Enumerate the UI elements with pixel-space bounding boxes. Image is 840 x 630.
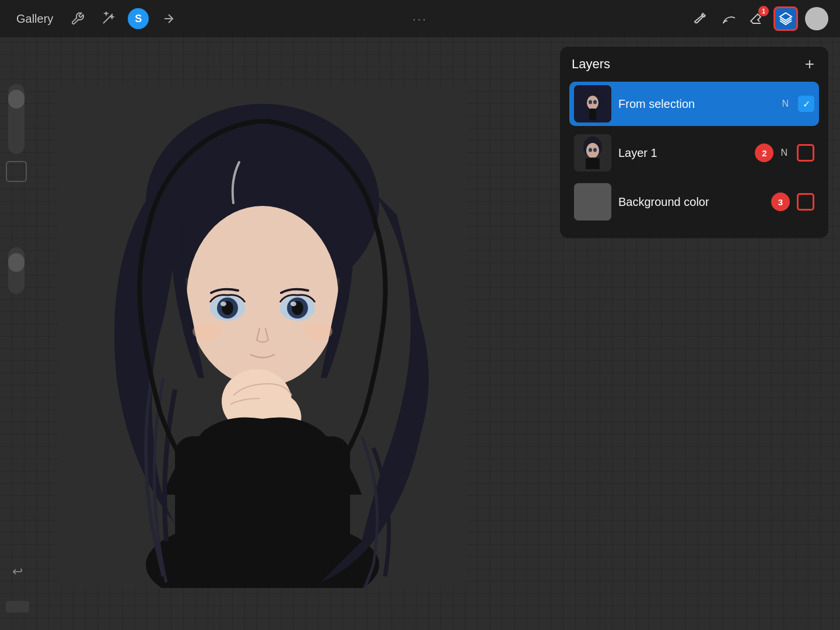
brush-button[interactable] — [690, 8, 710, 29]
layer1-number-badge: 2 — [755, 144, 774, 162]
layer1-checkbox[interactable] — [797, 144, 814, 162]
svg-point-12 — [220, 302, 226, 306]
layer-thumbnail-from-selection — [574, 85, 611, 123]
layers-header: Layers + — [569, 56, 819, 72]
svg-point-7 — [187, 206, 338, 387]
svg-point-18 — [303, 323, 332, 340]
brush-size-slider[interactable] — [8, 84, 24, 154]
svg-point-31 — [593, 148, 597, 152]
toolbar-center: ··· — [412, 12, 428, 26]
drawing-canvas — [23, 75, 502, 600]
svg-line-0 — [103, 14, 113, 23]
smear-icon — [721, 12, 735, 26]
transform-button[interactable] — [158, 8, 179, 29]
svg-rect-32 — [574, 183, 611, 220]
smear-button[interactable] — [718, 8, 738, 29]
layers-title: Layers — [572, 57, 610, 72]
svg-point-29 — [586, 143, 599, 158]
layer-mode-from-selection: N — [782, 99, 789, 109]
s-badge: S — [128, 8, 149, 29]
svg-point-16 — [290, 302, 296, 306]
svg-point-30 — [589, 148, 592, 152]
layer-name-from-selection: From selection — [618, 97, 775, 111]
toolbar: Gallery S ··· — [0, 0, 840, 37]
color-picker-square[interactable] — [6, 161, 27, 182]
arrow-icon — [162, 12, 176, 26]
layer-item-background[interactable]: Background color 3 — [569, 180, 819, 224]
brush-icon — [693, 12, 707, 26]
toolbar-right: 1 — [690, 6, 828, 31]
wrench-icon — [71, 12, 85, 26]
layer-thumbnail-background — [574, 183, 611, 220]
user-avatar — [805, 7, 828, 30]
layer-mode-layer1: N — [780, 148, 788, 158]
eraser-number-badge: 1 — [758, 6, 769, 16]
svg-point-17 — [192, 323, 222, 340]
anime-character-illustration — [58, 86, 467, 588]
layers-panel: Layers + From selection N ✓ — [560, 47, 828, 238]
more-options-dots: ··· — [412, 12, 428, 25]
layer-item-layer1[interactable]: Layer 1 2 N — [569, 131, 819, 175]
layer-check-from-selection[interactable]: ✓ — [798, 96, 814, 112]
svg-rect-26 — [589, 108, 596, 120]
opacity-slider[interactable] — [8, 247, 24, 294]
gallery-button[interactable]: Gallery — [12, 10, 58, 28]
layers-button[interactable] — [774, 6, 798, 31]
layer-thumbnail-layer1 — [574, 134, 611, 172]
svg-point-24 — [589, 100, 592, 104]
background-checkbox[interactable] — [797, 193, 814, 211]
layer-name-background: Background color — [618, 195, 764, 209]
eraser-badge-container: 1 — [746, 8, 766, 29]
add-layer-button[interactable]: + — [803, 56, 817, 72]
background-number-badge: 3 — [771, 192, 790, 211]
layer-name-layer1: Layer 1 — [618, 146, 748, 160]
magic-wand-icon — [101, 12, 115, 26]
brush-size-thumb — [8, 90, 24, 108]
layer-item-from-selection[interactable]: From selection N ✓ — [569, 82, 819, 126]
opacity-thumb — [8, 253, 24, 272]
left-sidebar — [0, 75, 33, 630]
svg-point-23 — [587, 96, 598, 110]
settings-button[interactable] — [67, 8, 88, 29]
svg-point-25 — [593, 100, 597, 104]
magic-wand-button[interactable] — [97, 8, 118, 29]
toolbar-left: Gallery S — [12, 8, 690, 29]
layers-icon — [779, 12, 793, 26]
